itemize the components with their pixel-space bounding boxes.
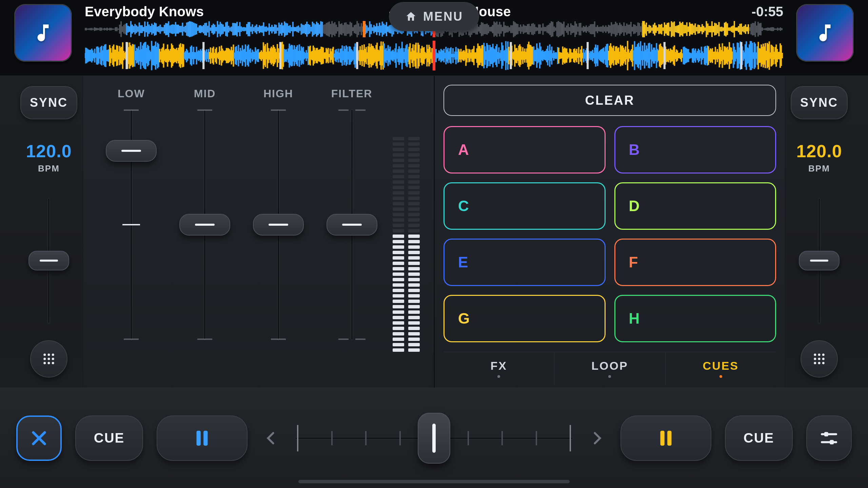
deck-b-bpm-value: 120.0 — [796, 141, 842, 161]
dot-icon — [608, 375, 611, 378]
deck-a-artwork[interactable] — [14, 4, 72, 62]
crossfader-knob[interactable] — [418, 413, 450, 464]
svg-point-1225 — [814, 358, 816, 360]
svg-rect-1233 — [660, 431, 665, 446]
crossfader-nudge-right[interactable] — [587, 430, 607, 446]
eq-low-slider[interactable] — [99, 109, 164, 340]
deck-a-tempo-slider[interactable] — [32, 195, 66, 327]
pause-icon — [655, 427, 677, 449]
eq-low-col: LOW — [99, 87, 164, 340]
tab-cues-label: CUES — [703, 359, 739, 372]
chevron-right-icon — [589, 430, 605, 446]
tab-fx[interactable]: FX — [443, 352, 554, 385]
deck-b-tempo-slider[interactable] — [802, 195, 836, 327]
cue-pad-a[interactable]: A — [443, 126, 606, 174]
svg-point-1224 — [822, 353, 825, 356]
menu-button[interactable]: MENU — [389, 2, 479, 31]
music-note-icon — [32, 22, 54, 44]
close-panel-button[interactable] — [16, 415, 62, 461]
eq-low-label: LOW — [118, 87, 145, 100]
deck-a-sync-button[interactable]: SYNC — [20, 86, 77, 119]
svg-point-1215 — [52, 353, 54, 356]
chevron-left-icon — [263, 430, 279, 446]
cue-pad-c[interactable]: C — [443, 182, 606, 230]
eq-filter-slider[interactable] — [319, 109, 384, 340]
crossfader[interactable] — [295, 413, 573, 464]
mixer-grid-icon — [812, 352, 826, 366]
svg-point-1223 — [818, 353, 821, 356]
deck-b-track-time: -0:55 — [752, 4, 783, 19]
deck-a-bpm-label: BPM — [26, 163, 72, 174]
cues-panel: CLEAR ABCDEFGH FX LOOP CUES — [435, 76, 785, 388]
transport-bar: CUE CUE — [0, 388, 868, 488]
svg-point-1229 — [818, 362, 821, 364]
tab-cues[interactable]: CUES — [666, 352, 776, 385]
detail-waveform[interactable] — [85, 41, 783, 70]
deck-a-bpm-value: 120.0 — [26, 141, 72, 161]
svg-point-1227 — [822, 358, 825, 360]
dj-app-root: Everybody Knows -0:25 DJ House -0:55 MEN… — [0, 0, 868, 488]
svg-point-1217 — [48, 358, 50, 360]
eq-panel: LOW MID HIGH — [83, 76, 433, 388]
scroll-indicator — [298, 480, 570, 483]
deck-b-bpm[interactable]: 120.0 BPM — [796, 141, 842, 174]
svg-point-1220 — [48, 362, 50, 364]
stage: SYNC 120.0 BPM SYNC 120.0 BPM — [0, 76, 868, 388]
deck-a-rail: SYNC 120.0 BPM — [15, 86, 83, 378]
settings-button[interactable] — [806, 415, 852, 461]
cue-pad-grid: ABCDEFGH — [443, 126, 776, 342]
svg-point-1218 — [52, 358, 54, 360]
eq-high-slider[interactable] — [246, 109, 311, 340]
cue-pad-g[interactable]: G — [443, 295, 606, 342]
deck-b-bpm-label: BPM — [796, 163, 842, 174]
svg-point-1216 — [43, 358, 46, 360]
eq-mid-col: MID — [172, 87, 238, 340]
pause-icon — [191, 427, 213, 449]
cue-pad-e[interactable]: E — [443, 239, 606, 286]
svg-point-1219 — [43, 362, 46, 364]
mixer-grid-icon — [42, 352, 56, 366]
deck-a-mixer-button[interactable] — [30, 340, 67, 378]
deck-a-play-pause-button[interactable] — [157, 415, 248, 461]
eq-mid-slider[interactable] — [172, 109, 238, 340]
deck-a-bpm[interactable]: 120.0 BPM — [26, 141, 72, 174]
svg-rect-1232 — [203, 431, 208, 446]
cues-clear-button[interactable]: CLEAR — [443, 85, 776, 116]
panel-tabs: FX LOOP CUES — [443, 352, 776, 385]
header: Everybody Knows -0:25 DJ House -0:55 MEN… — [0, 0, 868, 76]
eq-filter-col: FILTER — [319, 87, 384, 340]
deck-a-track-name: Everybody Knows — [85, 4, 204, 19]
eq-mid-label: MID — [194, 87, 216, 100]
deck-b-sync-button[interactable]: SYNC — [791, 86, 848, 119]
cue-pad-h[interactable]: H — [614, 295, 776, 342]
music-note-icon — [814, 22, 836, 44]
vu-meter — [393, 108, 420, 352]
deck-a-cue-button[interactable]: CUE — [75, 415, 143, 461]
svg-rect-1231 — [197, 431, 201, 446]
svg-point-1222 — [814, 353, 816, 356]
svg-point-1213 — [43, 353, 46, 356]
deck-b-play-pause-button[interactable] — [620, 415, 711, 461]
tab-fx-label: FX — [490, 359, 507, 372]
tab-loop[interactable]: LOOP — [554, 352, 665, 385]
cue-pad-f[interactable]: F — [614, 239, 776, 286]
deck-b-cue-button[interactable]: CUE — [725, 415, 793, 461]
eq-high-label: HIGH — [263, 87, 293, 100]
cue-pad-d[interactable]: D — [614, 182, 776, 230]
svg-rect-1237 — [824, 432, 828, 436]
svg-rect-1234 — [667, 431, 671, 446]
dot-icon — [719, 375, 722, 378]
deck-b-artwork[interactable] — [796, 4, 854, 62]
cue-pad-b[interactable]: B — [614, 126, 776, 174]
home-icon — [405, 11, 417, 23]
crossfader-nudge-left[interactable] — [261, 430, 281, 446]
close-icon — [29, 428, 49, 448]
deck-b-mixer-button[interactable] — [801, 340, 838, 378]
svg-point-1221 — [52, 362, 54, 364]
svg-point-1230 — [822, 362, 825, 364]
svg-point-1228 — [814, 362, 816, 364]
svg-point-1214 — [48, 353, 50, 356]
deck-b-rail: SYNC 120.0 BPM — [785, 86, 853, 378]
eq-high-col: HIGH — [246, 87, 311, 340]
svg-point-1226 — [818, 358, 821, 360]
